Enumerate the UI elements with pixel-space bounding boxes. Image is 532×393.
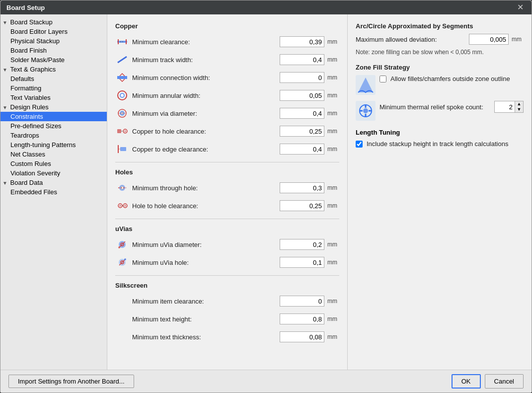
svg-rect-4: [117, 76, 127, 79]
copper-min-track-width-input[interactable]: [280, 54, 324, 65]
uvia-hole-icon: [115, 255, 129, 269]
silkscreen-min-text-height-input[interactable]: [280, 314, 324, 324]
footer-right: OK Cancel: [452, 374, 524, 389]
copper-hole-clearance-icon: [115, 124, 129, 138]
copper-field-min-connection-width: Minimum connection width: mm: [115, 71, 339, 84]
silkscreen-field-min-text-thickness: Minimum text thickness: mm: [115, 330, 339, 344]
svg-point-7: [121, 94, 124, 97]
sidebar-item-pre-defined-sizes[interactable]: Pre-defined Sizes: [0, 121, 107, 131]
silkscreen-min-text-height-label: Minimum text height:: [132, 315, 277, 323]
copper-edge-clearance-label: Copper to edge clearance:: [132, 146, 277, 153]
svg-rect-17: [120, 147, 126, 151]
divider-holes-uvias: [115, 219, 339, 219]
arc-max-deviation-input[interactable]: [469, 34, 509, 45]
holes-hole-clearance-input[interactable]: [280, 200, 324, 211]
silkscreen-min-item-clearance-input[interactable]: [280, 296, 324, 307]
uvias-field-min-diameter: Minimum uVia diameter: mm: [115, 237, 339, 251]
thermal-spoke-input[interactable]: [495, 101, 515, 112]
sidebar-item-custom-rules[interactable]: Custom Rules: [0, 159, 107, 168]
silkscreen-field-min-item-clearance: Minimum item clearance: mm: [115, 294, 339, 308]
spinbox-down-button[interactable]: ▼: [515, 107, 523, 112]
uvias-min-diameter-input[interactable]: [280, 239, 324, 250]
thermal-relief-icon: [356, 101, 376, 121]
track-width-icon: [115, 53, 129, 67]
length-tuning-section: Length Tuning Include stackup height in …: [356, 129, 524, 148]
silkscreen-min-text-thickness-label: Minimum text thickness:: [132, 333, 277, 341]
copper-min-connection-width-input[interactable]: [280, 72, 324, 83]
titlebar: Board Setup ✕: [0, 0, 532, 14]
copper-min-track-width-label: Minimum track width:: [132, 56, 277, 64]
stackup-height-label[interactable]: Include stackup height in track length c…: [367, 140, 508, 148]
sidebar-item-formatting[interactable]: Formatting: [0, 83, 107, 93]
copper-field-min-via-diameter: Minimum via diameter: mm: [115, 106, 339, 120]
holes-section-header: Holes: [115, 168, 339, 176]
sidebar-item-defaults[interactable]: Defaults: [0, 74, 107, 83]
close-button[interactable]: ✕: [515, 3, 526, 11]
copper-min-via-diameter-label: Minimum via diameter:: [132, 110, 277, 117]
dialog-title: Board Setup: [6, 4, 45, 11]
silkscreen-field-min-text-height: Minimum text height: mm: [115, 312, 339, 326]
copper-field-copper-hole-clearance: Copper to hole clearance: mm: [115, 124, 339, 138]
uvias-min-diameter-unit: mm: [327, 241, 339, 248]
copper-min-clearance-label: Minimum clearance:: [132, 38, 277, 46]
svg-point-14: [124, 130, 126, 132]
expand-icon-dr: ▼: [2, 105, 7, 110]
sidebar-item-embedded-files[interactable]: Embedded Files: [0, 187, 107, 197]
uvia-diameter-icon: [115, 237, 129, 251]
uvias-min-hole-input[interactable]: [280, 257, 324, 268]
sidebar-item-board-stackup[interactable]: ▼ Board Stackup: [0, 17, 107, 27]
sidebar-item-board-data[interactable]: ▼ Board Data: [0, 178, 107, 187]
zone-fill-icon: [356, 75, 376, 95]
sidebar-item-board-finish[interactable]: Board Finish: [0, 46, 107, 55]
holes-min-through-hole-input[interactable]: [280, 182, 324, 193]
spinbox-up-button[interactable]: ▲: [515, 101, 523, 107]
uvias-section-header: uVias: [115, 225, 339, 233]
holes-field-min-through-hole: Minimum through hole: mm: [115, 181, 339, 195]
ok-button[interactable]: OK: [452, 374, 481, 389]
sidebar-item-constraints[interactable]: Constraints: [0, 112, 107, 121]
sidebar-item-text-variables[interactable]: Text Variables: [0, 93, 107, 102]
import-settings-button[interactable]: Import Settings from Another Board...: [8, 375, 134, 388]
arc-max-deviation-label: Maximum allowed deviation:: [356, 36, 466, 43]
sidebar-item-design-rules[interactable]: ▼ Design Rules: [0, 102, 107, 112]
uvias-min-hole-label: Minimum uVia hole:: [132, 259, 277, 266]
copper-min-via-diameter-input[interactable]: [280, 108, 324, 119]
holes-hole-clearance-unit: mm: [327, 202, 339, 209]
spinbox-buttons: ▲ ▼: [515, 101, 523, 112]
uvias-field-min-hole: Minimum uVia hole: mm: [115, 255, 339, 269]
copper-hole-clearance-input[interactable]: [280, 126, 324, 137]
sidebar-item-net-classes[interactable]: Net Classes: [0, 150, 107, 159]
sidebar-item-solder-mask-paste[interactable]: Solder Mask/Paste: [0, 55, 107, 65]
silkscreen-text-thickness-icon: [115, 330, 129, 344]
sidebar-item-length-tuning-patterns[interactable]: Length-tuning Patterns: [0, 140, 107, 150]
board-setup-dialog: Board Setup ✕ ▼ Board Stackup Board Edit…: [0, 0, 532, 393]
divider-uvias-silkscreen: [115, 275, 339, 276]
sidebar-item-text-graphics[interactable]: ▼ Text & Graphics: [0, 65, 107, 74]
fillets-chamfers-label[interactable]: Allow fillets/chamfers outside zone outl…: [390, 75, 510, 82]
copper-edge-clearance-input[interactable]: [280, 144, 324, 155]
holes-hole-clearance-label: Hole to hole clearance:: [132, 202, 277, 210]
silkscreen-min-item-clearance-label: Minimum item clearance:: [132, 298, 277, 305]
copper-min-annular-width-input[interactable]: [280, 90, 324, 101]
sidebar-item-board-editor-layers[interactable]: Board Editor Layers: [0, 27, 107, 36]
cancel-button[interactable]: Cancel: [485, 374, 524, 389]
stackup-height-row: Include stackup height in track length c…: [356, 140, 524, 148]
stackup-height-checkbox[interactable]: [356, 141, 363, 148]
copper-section-header: Copper: [115, 22, 339, 30]
copper-hole-clearance-unit: mm: [327, 128, 339, 135]
length-tuning-title: Length Tuning: [356, 129, 524, 136]
hole-clearance-icon: [115, 199, 129, 213]
sidebar-item-physical-stackup[interactable]: Physical Stackup: [0, 36, 107, 46]
copper-min-clearance-input[interactable]: [280, 36, 324, 47]
silkscreen-min-text-thickness-input[interactable]: [280, 331, 324, 342]
copper-field-min-annular-width: Minimum annular width: mm: [115, 88, 339, 102]
fillets-chamfers-checkbox[interactable]: [380, 76, 386, 82]
sidebar-item-teardrops[interactable]: Teardrops: [0, 131, 107, 140]
right-panel: Arc/Circle Approximated by Segments Maxi…: [348, 14, 532, 370]
divider-copper-holes: [115, 162, 339, 162]
dialog-body: ▼ Board Stackup Board Editor Layers Phys…: [0, 14, 532, 370]
sidebar-item-violation-severity[interactable]: Violation Severity: [0, 168, 107, 178]
svg-point-30: [118, 246, 120, 248]
svg-point-25: [124, 205, 126, 207]
copper-min-via-unit: mm: [327, 110, 339, 117]
